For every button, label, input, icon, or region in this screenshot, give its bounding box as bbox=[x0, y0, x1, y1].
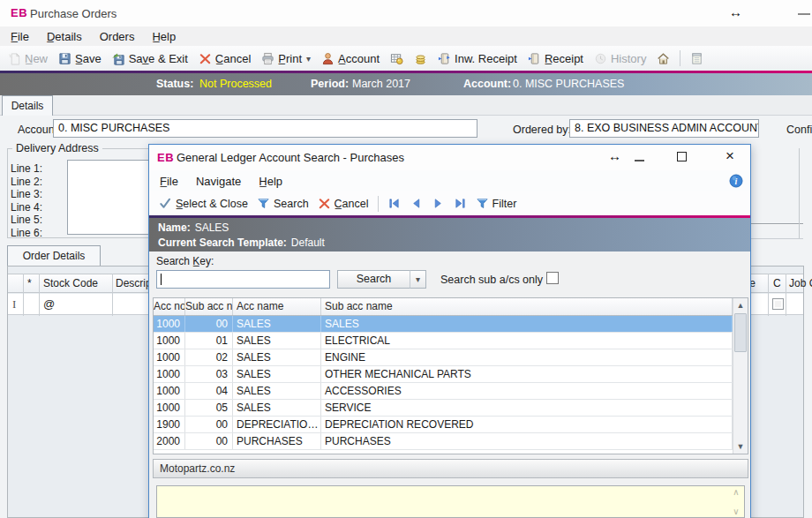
scrollbar-thumb[interactable] bbox=[734, 313, 747, 352]
cell-acc-no: 1000 bbox=[154, 316, 185, 332]
scroll-up-icon[interactable]: ▲ bbox=[733, 298, 748, 312]
stock-code-cell: @ bbox=[43, 294, 55, 314]
col-acc-name[interactable]: Acc name bbox=[233, 298, 321, 315]
account-field[interactable]: 0. MISC PURCHASES bbox=[53, 119, 477, 138]
info-icon[interactable]: i bbox=[729, 174, 743, 188]
grid-header: Acc no Sub acc no Acc name Sub acc name bbox=[154, 298, 733, 316]
confirmed-checkbox[interactable] bbox=[772, 298, 784, 310]
save-exit-button[interactable]: Sav̲e & Exit bbox=[107, 49, 193, 68]
search-toolbar-button[interactable]: Search bbox=[252, 194, 313, 213]
nav-prev-button[interactable] bbox=[405, 194, 427, 213]
nav-last-button[interactable] bbox=[449, 194, 471, 213]
table-row[interactable]: 100005SALESSERVICE bbox=[154, 400, 733, 417]
maximize-icon[interactable] bbox=[677, 152, 687, 161]
stock-lookup-button[interactable] bbox=[385, 49, 409, 68]
account-button[interactable]: A̲ccount bbox=[316, 49, 385, 68]
cancel-x-icon bbox=[318, 197, 331, 210]
delivery-line-label: Line 2: bbox=[11, 176, 42, 189]
table-row[interactable]: 200000PURCHASESPURCHASES bbox=[154, 433, 733, 450]
inwards-receipt-button[interactable]: Inw. Receipt bbox=[432, 49, 523, 68]
search-sub-accounts-checkbox[interactable] bbox=[546, 272, 559, 284]
notes-button[interactable] bbox=[685, 49, 709, 68]
minimize-icon[interactable] bbox=[635, 160, 644, 161]
receipt-button[interactable]: R̲eceipt bbox=[523, 49, 589, 68]
print-button[interactable]: P̲rint▾ bbox=[256, 49, 316, 68]
menu-navigate[interactable]: Navigate bbox=[187, 172, 250, 191]
menu-file[interactable]: F̲ile bbox=[2, 27, 38, 46]
window-title: Purchase Orders bbox=[30, 7, 117, 20]
menu-details[interactable]: D̲etails bbox=[38, 27, 91, 46]
history-button[interactable]: History bbox=[589, 49, 651, 68]
table-row[interactable]: 190000DEPRECIATION RECOVEREDDEPRECIATION… bbox=[154, 417, 733, 433]
nav-first-button[interactable] bbox=[383, 194, 405, 213]
dialog-toolbar: S̲elect & CloseSearchC̲ancelFilter bbox=[149, 191, 750, 215]
cell-acc-name: SALES bbox=[233, 349, 321, 365]
nav-first-icon bbox=[387, 197, 401, 210]
cell-sub-acc-name: SALES bbox=[321, 316, 733, 332]
table-row[interactable]: 100000SALESSALES bbox=[154, 316, 733, 333]
home-button[interactable] bbox=[651, 49, 675, 68]
search-button[interactable]: Search bbox=[337, 270, 410, 289]
scroll-down-icon[interactable]: ∨ bbox=[731, 507, 741, 516]
search-key-input[interactable] bbox=[156, 270, 330, 289]
cell-sub-acc-name: PURCHASES bbox=[321, 433, 733, 449]
menu-help[interactable]: H̲elp bbox=[143, 27, 184, 46]
cancel-button[interactable]: C̲ancel bbox=[313, 194, 373, 213]
order-grid-col-description: Description bbox=[116, 274, 151, 293]
ledger-in-icon bbox=[438, 52, 451, 65]
row-indicator: I bbox=[12, 294, 16, 314]
cell-sub-acc-name: ENGINE bbox=[321, 349, 733, 365]
funnel-icon bbox=[257, 197, 270, 210]
cell-sub-acc-name: ELECTRICAL bbox=[321, 333, 733, 349]
minimize-icon[interactable] bbox=[798, 13, 810, 15]
confirm-label: Confirm bbox=[786, 124, 812, 136]
scroll-down-icon[interactable]: ▼ bbox=[733, 439, 748, 454]
nav-next-button[interactable] bbox=[427, 194, 449, 213]
resize-arrows-icon[interactable]: ↔ bbox=[729, 4, 742, 19]
new-button-label: N̲ew bbox=[25, 52, 48, 65]
order-grid-col-c: C bbox=[773, 274, 781, 293]
order-grid-col-job-code: Job Code bbox=[789, 274, 812, 293]
gl-accounts-grid: Acc no Sub acc no Acc name Sub acc name … bbox=[153, 297, 748, 454]
grid-scrollbar[interactable]: ▲ ▼ bbox=[733, 298, 748, 454]
new-button[interactable]: N̲ew bbox=[3, 49, 53, 68]
payments-button[interactable] bbox=[409, 49, 432, 68]
table-row[interactable]: 100003SALESOTHER MECHANICAL PARTS bbox=[154, 366, 733, 383]
col-sub-acc-name[interactable]: Sub acc name bbox=[321, 298, 733, 315]
col-acc-no[interactable]: Acc no bbox=[154, 298, 185, 315]
gl-account-search-dialog: EB General Ledger Account Search - Purch… bbox=[148, 144, 751, 518]
select-close-button[interactable]: S̲elect & Close bbox=[154, 194, 252, 213]
save-exit-icon bbox=[112, 52, 125, 65]
cancel-button[interactable]: C̲ancel bbox=[193, 49, 256, 68]
cell-acc-no: 1000 bbox=[154, 333, 185, 349]
app-logo: EB bbox=[157, 151, 174, 164]
delivery-line-label: Line 6: bbox=[11, 227, 42, 240]
table-row[interactable]: 100001SALESELECTRICAL bbox=[154, 333, 733, 349]
scroll-up-icon[interactable]: ∧ bbox=[731, 487, 741, 497]
ordered-by-field[interactable]: 8. EXO BUSINESS ADMIN ACCOUNT bbox=[569, 119, 759, 138]
tab-order-details[interactable]: Order Details bbox=[7, 245, 101, 266]
menu-orders[interactable]: Orders bbox=[91, 27, 144, 46]
table-lookup-icon bbox=[390, 52, 403, 65]
close-icon[interactable]: × bbox=[726, 147, 734, 165]
search-dropdown-button[interactable]: ▾ bbox=[410, 270, 426, 289]
account-value: 0. MISC PURCHASES bbox=[513, 78, 624, 90]
dropdown-arrow-icon[interactable]: ▾ bbox=[306, 54, 311, 64]
notes-area[interactable]: ∧ ∨ bbox=[156, 485, 745, 518]
save-button[interactable]: S̲ave bbox=[53, 49, 107, 68]
col-sub-acc-no[interactable]: Sub acc no bbox=[185, 298, 233, 315]
period-value: March 2017 bbox=[352, 78, 410, 90]
toolbar-separator bbox=[378, 196, 379, 212]
menu-file[interactable]: F̲ile bbox=[151, 172, 187, 191]
new-page-icon bbox=[8, 52, 21, 65]
tab-details[interactable]: Details bbox=[2, 95, 53, 116]
nav-prev-icon bbox=[410, 197, 423, 210]
filter-button[interactable]: Filter bbox=[471, 194, 522, 213]
table-row[interactable]: 100002SALESENGINE bbox=[154, 349, 733, 366]
table-row[interactable]: 100004SALESACCESSORIES bbox=[154, 383, 733, 400]
menu-help[interactable]: H̲elp bbox=[250, 172, 291, 191]
cell-acc-no: 2000 bbox=[154, 433, 185, 449]
dialog-statusbar: Motopartz.co.nz bbox=[153, 459, 748, 478]
receipt-button-label: R̲eceipt bbox=[545, 52, 583, 65]
resize-arrows-icon[interactable]: ↔ bbox=[608, 148, 621, 163]
